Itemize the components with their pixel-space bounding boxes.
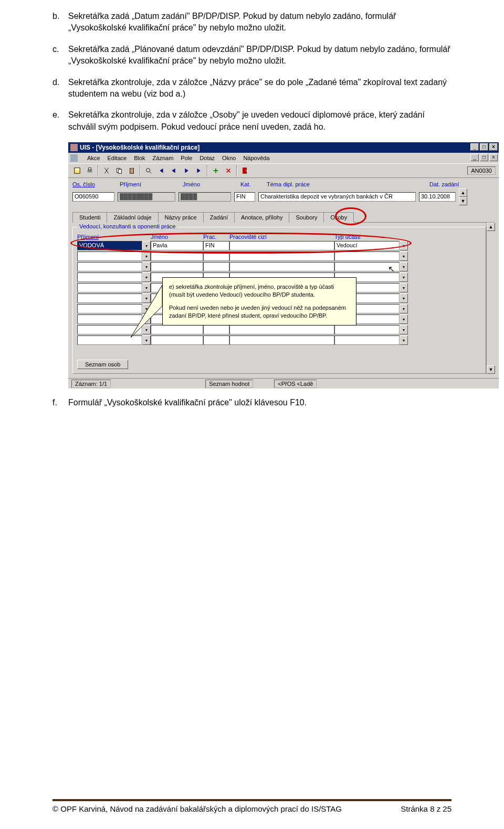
- window-title: UIS - [Vysokoškolské kvalifikační práce]: [80, 144, 200, 151]
- print-icon[interactable]: [84, 165, 96, 176]
- cell-prac[interactable]: FIN: [203, 241, 229, 250]
- scroll-down-button[interactable]: ▼: [459, 197, 467, 205]
- data-row-empty: ▾▾: [77, 262, 481, 271]
- form-code: AN0030: [467, 166, 496, 175]
- field-os-cislo[interactable]: O060590: [72, 192, 114, 202]
- next-record-icon[interactable]: [181, 165, 192, 176]
- tab-zadani[interactable]: Zadání: [203, 212, 235, 223]
- label-dat-zadani: Dat. zadání: [429, 181, 466, 187]
- menubar: Akce Editace Blok Záznam Pole Dotaz Okno…: [68, 153, 499, 163]
- data-row-empty: ▾▾: [77, 335, 481, 345]
- restore-button[interactable]: □: [480, 143, 488, 151]
- group-osoby: Vedoucí, konzultanti a oponenti práce Př…: [72, 227, 486, 374]
- text-d: Sekretářka zkontroluje, zda v záložce „N…: [68, 77, 452, 100]
- svg-point-8: [146, 169, 150, 172]
- menu-pole[interactable]: Pole: [181, 155, 192, 161]
- list-item-f: f. Formulář „Vysokoškolské kvalifikační …: [52, 397, 452, 408]
- group-title: Vedoucí, konzultanti a oponenti práce: [77, 223, 177, 229]
- delete-record-icon[interactable]: [223, 165, 234, 176]
- menu-blok[interactable]: Blok: [134, 155, 145, 161]
- text-f: Formulář „Vysokoškolské kvalifikační prá…: [68, 397, 452, 408]
- svg-line-9: [150, 172, 152, 174]
- seznam-osob-button[interactable]: Seznam osob: [77, 360, 128, 369]
- dropdown-prijmeni[interactable]: ▾: [142, 241, 151, 250]
- text-e: Sekretářka zkontroluje, zda v záložce „O…: [68, 109, 452, 133]
- svg-rect-7: [131, 168, 133, 170]
- label-kat: Kat.: [240, 181, 261, 187]
- last-record-icon[interactable]: [193, 165, 205, 176]
- menu-editace[interactable]: Editace: [107, 155, 127, 161]
- field-prijmeni: ████████: [118, 192, 175, 202]
- col-prac: Prac.: [203, 234, 229, 240]
- prev-record-icon[interactable]: [168, 165, 180, 176]
- field-kat[interactable]: FIN: [234, 192, 255, 202]
- menu-zaznam[interactable]: Záznam: [153, 155, 174, 161]
- svg-rect-3: [88, 168, 91, 170]
- list-item-e: e. Sekretářka zkontroluje, zda v záložce…: [52, 109, 452, 133]
- col-typ-ucasti: Typ účasti: [334, 234, 408, 240]
- list-item-d: d. Sekretářka zkontroluje, zda v záložce…: [52, 77, 452, 100]
- scroll-up-button[interactable]: ▲: [459, 188, 467, 197]
- status-mid: Seznam hodnot: [205, 380, 253, 388]
- exit-icon[interactable]: [239, 165, 251, 176]
- marker-d: d.: [52, 77, 68, 100]
- label-jmeno: Jméno: [183, 181, 235, 187]
- scroll-up-icon[interactable]: ▲: [487, 223, 495, 231]
- cut-icon[interactable]: [101, 165, 112, 176]
- data-row-empty: ▾▾: [77, 325, 481, 334]
- callout-text-2: Pokud není uveden nebo je uveden jiný ve…: [169, 304, 350, 320]
- scroll-down-icon[interactable]: ▼: [487, 365, 495, 374]
- inner-close-button[interactable]: ×: [489, 154, 498, 161]
- inner-minimize-button[interactable]: _: [470, 154, 479, 161]
- first-record-icon[interactable]: [155, 165, 167, 176]
- footer-left: © OPF Karviná, Návod na zadávání bakalář…: [52, 804, 342, 813]
- footer-right: Stránka 8 z 25: [401, 804, 452, 813]
- col-jmeno: Jméno: [151, 234, 203, 240]
- col-pracoviste-cizi: Pracoviště cizí: [229, 234, 334, 240]
- save-icon[interactable]: [71, 165, 83, 176]
- callout-box: e) sekretářka zkontroluje příjmení, jmén…: [162, 277, 356, 325]
- app-window: UIS - [Vysokoškolské kvalifikační práce]…: [68, 142, 499, 389]
- tab-bar: Studenti Základní údaje Názvy práce Zadá…: [72, 212, 495, 223]
- titlebar: UIS - [Vysokoškolské kvalifikační práce]…: [68, 142, 499, 153]
- menu-dotaz[interactable]: Dotaz: [200, 155, 215, 161]
- field-tema[interactable]: Charakteristika depozit ve vybraných ban…: [258, 192, 416, 202]
- paste-icon[interactable]: [126, 165, 138, 176]
- field-dat-zadani[interactable]: 30.10.2008: [419, 192, 456, 202]
- tab-studenti[interactable]: Studenti: [72, 212, 107, 223]
- group-scrollbar[interactable]: ▲ ▼: [486, 223, 495, 374]
- minimize-button[interactable]: _: [470, 143, 479, 151]
- label-os-cislo: Os. číslo: [72, 181, 114, 187]
- list-item-c: c. Sekretářka zadá „Plánované datum odev…: [52, 44, 452, 67]
- menu-okno[interactable]: Okno: [222, 155, 236, 161]
- form-area: Os. číslo Příjmení Jméno Kat. Téma dipl.…: [68, 178, 499, 378]
- close-button[interactable]: ×: [489, 143, 498, 151]
- add-record-icon[interactable]: [210, 165, 222, 176]
- copy-icon[interactable]: [113, 165, 125, 176]
- marker-b: b.: [52, 11, 68, 34]
- cell-typ[interactable]: Vedoucí: [334, 241, 400, 250]
- text-b: Sekretářka zadá „Datum zadání" BP/DP/DIS…: [68, 11, 452, 34]
- tab-soubory[interactable]: Soubory: [289, 212, 324, 223]
- menu-napoveda[interactable]: Nápověda: [243, 155, 269, 161]
- status-record: Záznam: 1/1: [71, 380, 111, 388]
- tab-zakladni-udaje[interactable]: Základní údaje: [107, 212, 158, 223]
- search-icon[interactable]: [143, 165, 154, 176]
- list-item-b: b. Sekretářka zadá „Datum zadání" BP/DP/…: [52, 11, 452, 34]
- cell-prijmeni[interactable]: VODOVÁ: [77, 241, 142, 250]
- inner-app-icon: [70, 154, 78, 162]
- dropdown-typ[interactable]: ▾: [400, 241, 408, 250]
- cell-jmeno[interactable]: Pavla: [151, 241, 203, 250]
- app-icon: [70, 144, 78, 151]
- cell-pracoviste-cizi[interactable]: [229, 241, 334, 250]
- menu-akce[interactable]: Akce: [87, 155, 100, 161]
- tab-nazvy-prace[interactable]: Názvy práce: [158, 212, 204, 223]
- marker-c: c.: [52, 44, 68, 67]
- text-c: Sekretářka zadá „Plánované datum odevzdá…: [68, 44, 452, 67]
- svg-rect-2: [88, 170, 92, 172]
- tab-anotace[interactable]: Anotace, přílohy: [234, 212, 290, 223]
- column-headers: Příjmení Jméno Prac. Pracoviště cizí Typ…: [77, 234, 481, 240]
- svg-rect-5: [118, 170, 121, 174]
- inner-restore-button[interactable]: □: [480, 154, 488, 161]
- statusbar: Záznam: 1/1 Seznam hodnot <PřOS <Ladě: [68, 378, 499, 389]
